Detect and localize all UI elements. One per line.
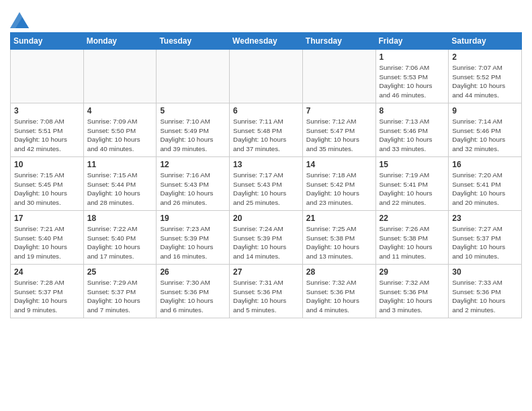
calendar-cell: 10Sunrise: 7:15 AM Sunset: 5:45 PM Dayli… [11,157,84,211]
day-number: 15 [380,160,445,169]
day-number: 16 [452,160,518,169]
day-number: 19 [160,214,226,223]
day-info: Sunrise: 7:21 AM Sunset: 5:40 PM Dayligh… [14,224,80,261]
calendar-cell: 2Sunrise: 7:07 AM Sunset: 5:52 PM Daylig… [449,50,522,103]
calendar-cell: 3Sunrise: 7:08 AM Sunset: 5:51 PM Daylig… [11,103,84,157]
calendar-cell [83,50,157,103]
day-info: Sunrise: 7:30 AM Sunset: 5:36 PM Dayligh… [160,278,226,315]
day-info: Sunrise: 7:08 AM Sunset: 5:51 PM Dayligh… [14,117,80,154]
logo-icon [10,9,29,28]
header [10,7,522,28]
day-info: Sunrise: 7:32 AM Sunset: 5:36 PM Dayligh… [306,278,372,315]
day-info: Sunrise: 7:17 AM Sunset: 5:43 PM Dayligh… [233,171,299,208]
day-number: 22 [380,214,445,223]
weekday-header-friday: Friday [375,33,449,50]
day-info: Sunrise: 7:20 AM Sunset: 5:41 PM Dayligh… [452,171,518,208]
calendar-week-1: 1Sunrise: 7:06 AM Sunset: 5:53 PM Daylig… [11,50,522,103]
day-number: 1 [380,52,445,62]
day-number: 9 [452,106,518,116]
day-number: 11 [87,160,153,169]
weekday-header-monday: Monday [83,33,157,50]
day-info: Sunrise: 7:18 AM Sunset: 5:42 PM Dayligh… [306,171,372,208]
calendar-cell: 9Sunrise: 7:14 AM Sunset: 5:46 PM Daylig… [449,103,522,157]
day-number: 14 [306,160,372,169]
day-info: Sunrise: 7:33 AM Sunset: 5:36 PM Dayligh… [452,278,518,315]
day-number: 7 [306,106,372,116]
calendar-week-3: 10Sunrise: 7:15 AM Sunset: 5:45 PM Dayli… [11,157,522,211]
day-number: 18 [87,214,153,223]
calendar-cell: 6Sunrise: 7:11 AM Sunset: 5:48 PM Daylig… [230,103,303,157]
calendar-cell: 11Sunrise: 7:15 AM Sunset: 5:44 PM Dayli… [83,157,157,211]
day-info: Sunrise: 7:27 AM Sunset: 5:37 PM Dayligh… [452,224,518,261]
weekday-header-sunday: Sunday [11,33,84,50]
day-number: 8 [380,106,445,116]
day-info: Sunrise: 7:25 AM Sunset: 5:38 PM Dayligh… [306,224,372,261]
calendar-week-4: 17Sunrise: 7:21 AM Sunset: 5:40 PM Dayli… [11,211,522,265]
day-info: Sunrise: 7:31 AM Sunset: 5:36 PM Dayligh… [233,278,299,315]
day-number: 28 [306,267,372,277]
calendar-cell [157,50,230,103]
calendar-cell: 12Sunrise: 7:16 AM Sunset: 5:43 PM Dayli… [157,157,230,211]
calendar-cell: 17Sunrise: 7:21 AM Sunset: 5:40 PM Dayli… [11,211,84,265]
calendar-cell [230,50,303,103]
day-info: Sunrise: 7:06 AM Sunset: 5:53 PM Dayligh… [380,63,445,100]
day-number: 30 [452,267,518,277]
calendar-week-2: 3Sunrise: 7:08 AM Sunset: 5:51 PM Daylig… [11,103,522,157]
day-number: 21 [306,214,372,223]
day-info: Sunrise: 7:23 AM Sunset: 5:39 PM Dayligh… [160,224,226,261]
weekday-header-wednesday: Wednesday [230,33,303,50]
calendar-cell: 7Sunrise: 7:12 AM Sunset: 5:47 PM Daylig… [302,103,375,157]
day-info: Sunrise: 7:12 AM Sunset: 5:47 PM Dayligh… [306,117,372,154]
weekday-header-tuesday: Tuesday [157,33,230,50]
day-info: Sunrise: 7:15 AM Sunset: 5:44 PM Dayligh… [87,171,153,208]
day-info: Sunrise: 7:28 AM Sunset: 5:37 PM Dayligh… [14,278,80,315]
calendar-cell: 30Sunrise: 7:33 AM Sunset: 5:36 PM Dayli… [449,265,522,318]
calendar-cell: 13Sunrise: 7:17 AM Sunset: 5:43 PM Dayli… [230,157,303,211]
calendar-cell: 4Sunrise: 7:09 AM Sunset: 5:50 PM Daylig… [83,103,157,157]
day-number: 6 [233,106,299,116]
day-number: 5 [160,106,226,116]
day-info: Sunrise: 7:13 AM Sunset: 5:46 PM Dayligh… [380,117,445,154]
day-number: 17 [14,214,80,223]
day-info: Sunrise: 7:15 AM Sunset: 5:45 PM Dayligh… [14,171,80,208]
calendar-cell: 29Sunrise: 7:32 AM Sunset: 5:36 PM Dayli… [375,265,449,318]
calendar-cell: 25Sunrise: 7:29 AM Sunset: 5:37 PM Dayli… [83,265,157,318]
calendar-cell: 21Sunrise: 7:25 AM Sunset: 5:38 PM Dayli… [302,211,375,265]
day-number: 4 [87,106,153,116]
calendar-cell: 18Sunrise: 7:22 AM Sunset: 5:40 PM Dayli… [83,211,157,265]
logo [10,9,32,28]
calendar-cell: 28Sunrise: 7:32 AM Sunset: 5:36 PM Dayli… [302,265,375,318]
day-number: 27 [233,267,299,277]
calendar-cell: 23Sunrise: 7:27 AM Sunset: 5:37 PM Dayli… [449,211,522,265]
day-number: 24 [14,267,80,277]
calendar-week-5: 24Sunrise: 7:28 AM Sunset: 5:37 PM Dayli… [11,265,522,318]
day-number: 12 [160,160,226,169]
day-number: 26 [160,267,226,277]
weekday-header-thursday: Thursday [302,33,375,50]
day-number: 10 [14,160,80,169]
calendar-cell: 24Sunrise: 7:28 AM Sunset: 5:37 PM Dayli… [11,265,84,318]
day-number: 3 [14,106,80,116]
day-info: Sunrise: 7:10 AM Sunset: 5:49 PM Dayligh… [160,117,226,154]
calendar-cell [11,50,84,103]
calendar-cell: 22Sunrise: 7:26 AM Sunset: 5:38 PM Dayli… [375,211,449,265]
day-info: Sunrise: 7:19 AM Sunset: 5:41 PM Dayligh… [380,171,445,208]
day-info: Sunrise: 7:09 AM Sunset: 5:50 PM Dayligh… [87,117,153,154]
day-number: 29 [380,267,445,277]
calendar-cell: 1Sunrise: 7:06 AM Sunset: 5:53 PM Daylig… [375,50,449,103]
day-number: 20 [233,214,299,223]
calendar-cell: 20Sunrise: 7:24 AM Sunset: 5:39 PM Dayli… [230,211,303,265]
calendar-cell: 27Sunrise: 7:31 AM Sunset: 5:36 PM Dayli… [230,265,303,318]
day-info: Sunrise: 7:16 AM Sunset: 5:43 PM Dayligh… [160,171,226,208]
calendar-cell: 19Sunrise: 7:23 AM Sunset: 5:39 PM Dayli… [157,211,230,265]
day-info: Sunrise: 7:29 AM Sunset: 5:37 PM Dayligh… [87,278,153,315]
day-info: Sunrise: 7:26 AM Sunset: 5:38 PM Dayligh… [380,224,445,261]
calendar-cell [302,50,375,103]
day-info: Sunrise: 7:11 AM Sunset: 5:48 PM Dayligh… [233,117,299,154]
calendar-cell: 5Sunrise: 7:10 AM Sunset: 5:49 PM Daylig… [157,103,230,157]
day-info: Sunrise: 7:22 AM Sunset: 5:40 PM Dayligh… [87,224,153,261]
weekday-header-saturday: Saturday [449,33,522,50]
calendar-cell: 8Sunrise: 7:13 AM Sunset: 5:46 PM Daylig… [375,103,449,157]
calendar-cell: 26Sunrise: 7:30 AM Sunset: 5:36 PM Dayli… [157,265,230,318]
day-number: 25 [87,267,153,277]
